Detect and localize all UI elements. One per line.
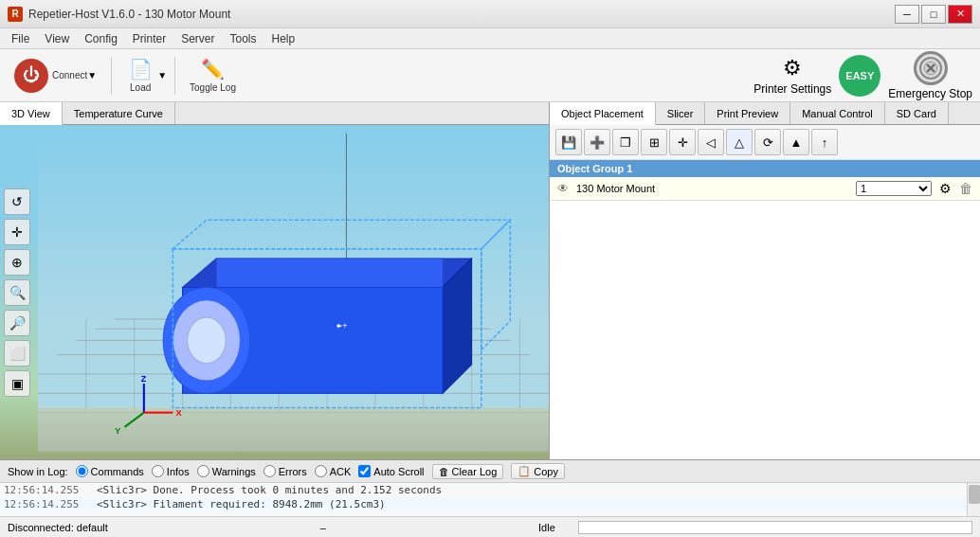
emergency-stop-label: Emergency Stop bbox=[888, 87, 972, 100]
copy-label: Copy bbox=[534, 466, 558, 477]
scale-btn[interactable]: ↑ bbox=[811, 129, 838, 155]
clear-log-button[interactable]: 🗑 Clear Log bbox=[432, 464, 504, 479]
center-status: – bbox=[127, 522, 519, 533]
commands-radio[interactable] bbox=[76, 465, 88, 477]
printer-settings-label: Printer Settings bbox=[753, 82, 831, 96]
emergency-stop-button[interactable]: Emergency Stop bbox=[888, 51, 972, 100]
zoom-in-tool[interactable]: 🔍 bbox=[4, 279, 30, 306]
svg-text:Y: Y bbox=[115, 426, 120, 436]
svg-text:X: X bbox=[175, 408, 182, 418]
object-toolbar: 💾 ➕ ❐ ⊞ ✛ ◁ △ ⟳ ▲ ↑ bbox=[550, 125, 980, 160]
emergency-stop-icon bbox=[914, 51, 948, 85]
log-scroll-thumb bbox=[969, 485, 980, 504]
tab-slicer[interactable]: Slicer bbox=[656, 102, 706, 124]
menu-help[interactable]: Help bbox=[264, 30, 303, 47]
tab-sd-card[interactable]: SD Card bbox=[885, 102, 949, 124]
copy-icon: 📋 bbox=[517, 465, 531, 477]
rotate-up-btn[interactable]: △ bbox=[726, 129, 753, 155]
tab-print-preview[interactable]: Print Preview bbox=[705, 102, 790, 124]
clear-log-label: Clear Log bbox=[452, 466, 498, 477]
menu-tools[interactable]: Tools bbox=[223, 30, 264, 47]
arrange-btn[interactable]: ⊞ bbox=[641, 129, 667, 155]
menu-server[interactable]: Server bbox=[173, 30, 222, 47]
svg-point-29 bbox=[188, 317, 227, 364]
log-timestamp-1: 12:56:14.255 bbox=[4, 484, 89, 496]
menu-printer[interactable]: Printer bbox=[125, 30, 173, 47]
add-obj-btn[interactable]: ➕ bbox=[584, 129, 610, 155]
auto-scroll-checkbox[interactable] bbox=[358, 465, 371, 477]
visibility-icon[interactable]: 👁 bbox=[557, 182, 569, 195]
app-icon: R bbox=[8, 7, 23, 22]
rotate-tool[interactable]: ↺ bbox=[4, 188, 30, 215]
log-area: Show in Log: Commands Infos Warnings Err… bbox=[0, 459, 980, 516]
flip-btn[interactable]: ▲ bbox=[783, 129, 809, 155]
log-row-1: 12:56:14.255 <Slic3r> Done. Process took… bbox=[0, 483, 980, 497]
log-scrollbar[interactable] bbox=[967, 483, 980, 516]
svg-text:Z: Z bbox=[141, 374, 147, 384]
object-group-header: Object Group 1 bbox=[550, 160, 980, 177]
object-name: 130 Motor Mount bbox=[576, 183, 848, 194]
trash-icon: 🗑 bbox=[439, 466, 449, 477]
close-button[interactable]: ✕ bbox=[948, 5, 972, 24]
ack-radio[interactable] bbox=[315, 465, 327, 477]
menu-view[interactable]: View bbox=[37, 30, 77, 47]
status-bar: Disconnected: default – Idle bbox=[0, 516, 980, 537]
log-timestamp-2: 12:56:14.255 bbox=[4, 498, 89, 510]
auto-scroll-label: Auto Scroll bbox=[373, 466, 424, 477]
view-top-tool[interactable]: ▣ bbox=[4, 370, 30, 397]
view-iso-tool[interactable]: ⬜ bbox=[4, 340, 30, 367]
warnings-radio-label[interactable]: Warnings bbox=[197, 465, 256, 477]
separator-1 bbox=[111, 57, 112, 95]
commands-radio-label[interactable]: Commands bbox=[76, 465, 144, 477]
right-panel: Object Placement Slicer Print Preview Ma… bbox=[550, 102, 980, 459]
infos-radio[interactable] bbox=[152, 465, 164, 477]
zoom-out-tool[interactable]: 🔎 bbox=[4, 310, 30, 336]
object-item: 👁 130 Motor Mount 1 2 3 ⚙ 🗑 bbox=[550, 177, 980, 201]
menu-file[interactable]: File bbox=[4, 30, 37, 47]
connect-button[interactable]: ⏻ Connect ▼ bbox=[8, 54, 103, 98]
rotate-left-btn[interactable]: ◁ bbox=[698, 129, 724, 155]
settings-icon[interactable]: ⚙ bbox=[939, 181, 952, 196]
save-obj-btn[interactable]: 💾 bbox=[555, 129, 582, 155]
toggle-log-button[interactable]: ✏️ Toggle Log bbox=[183, 53, 243, 98]
tab-temperature-curve[interactable]: Temperature Curve bbox=[63, 102, 175, 124]
errors-radio[interactable] bbox=[263, 465, 276, 477]
warnings-label: Warnings bbox=[212, 466, 256, 477]
window-title: Repetier-Host V1.6.0 - 130 Motor Mount bbox=[28, 8, 230, 21]
right-tab-bar: Object Placement Slicer Print Preview Ma… bbox=[550, 102, 980, 125]
viewport[interactable]: ↺ ✛ ⊕ 🔍 🔎 ⬜ ▣ bbox=[0, 125, 549, 459]
window-controls: ─ □ ✕ bbox=[895, 5, 972, 24]
load-dropdown-arrow[interactable]: ▼ bbox=[157, 70, 167, 81]
ack-radio-label[interactable]: ACK bbox=[315, 465, 352, 477]
copy-log-button[interactable]: 📋 Copy bbox=[511, 463, 565, 479]
log-row-2: 12:56:14.255 <Slic3r> Filament required:… bbox=[0, 497, 980, 511]
copy-obj-btn[interactable]: ❐ bbox=[612, 129, 639, 155]
errors-radio-label[interactable]: Errors bbox=[263, 465, 307, 477]
menu-config[interactable]: Config bbox=[77, 30, 125, 47]
tab-3d-view[interactable]: 3D View bbox=[0, 102, 63, 125]
infos-label: Infos bbox=[167, 466, 190, 477]
copies-select[interactable]: 1 2 3 bbox=[856, 181, 932, 196]
connection-status: Disconnected: default bbox=[8, 522, 108, 533]
minimize-button[interactable]: ─ bbox=[895, 5, 919, 24]
move3d-tool[interactable]: ⊕ bbox=[4, 249, 30, 276]
printer-settings-icon: ⚙ bbox=[783, 56, 802, 81]
maximize-button[interactable]: □ bbox=[921, 5, 946, 24]
separator-2 bbox=[174, 57, 175, 95]
warnings-radio[interactable] bbox=[197, 465, 209, 477]
easy-mode-button[interactable]: EASY bbox=[839, 55, 880, 97]
auto-scroll-checkbox-label[interactable]: Auto Scroll bbox=[358, 465, 424, 477]
tab-object-placement[interactable]: Object Placement bbox=[550, 102, 656, 125]
delete-icon[interactable]: 🗑 bbox=[959, 181, 972, 196]
center-btn[interactable]: ✛ bbox=[669, 129, 696, 155]
infos-radio-label[interactable]: Infos bbox=[152, 465, 190, 477]
tab-manual-control[interactable]: Manual Control bbox=[790, 102, 885, 124]
move-tool[interactable]: ✛ bbox=[4, 219, 30, 245]
printer-settings-button[interactable]: ⚙ Printer Settings bbox=[753, 56, 831, 96]
log-message-2: <Slic3r> Filament required: 8948.2mm (21… bbox=[97, 498, 386, 510]
load-button[interactable]: 📄 Load bbox=[119, 53, 161, 98]
show-in-log-label: Show in Log: bbox=[8, 466, 68, 477]
rotate-btn2[interactable]: ⟳ bbox=[754, 129, 781, 155]
svg-rect-30 bbox=[216, 259, 443, 288]
connect-icon: ⏻ bbox=[23, 65, 40, 85]
